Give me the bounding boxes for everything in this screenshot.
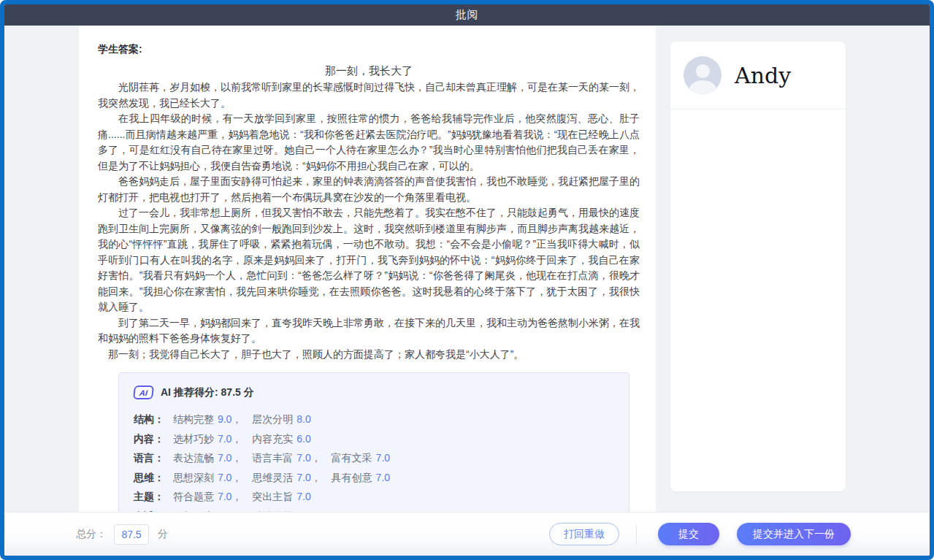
app-window: 批阅 学生答案: 那一刻，我长大了 光阴荏苒，岁月如梭，以前我常听到家里的长辈感… <box>0 0 934 560</box>
essay-title: 那一刻，我长大了 <box>98 62 640 80</box>
criterion-label: 思维： <box>134 472 164 483</box>
criterion-name: 表达流畅 <box>173 452 214 464</box>
ai-criterion-row: 结构： 结构完整9.0， 层次分明8.0 <box>134 410 614 429</box>
criterion-label: 内容： <box>134 433 164 445</box>
criterion-score: 9.0 <box>218 413 231 425</box>
ai-criterion-row: 思维： 思想深刻7.0， 思维灵活7.0， 具有创意7.0 <box>134 468 614 488</box>
student-card: Andy <box>670 42 846 491</box>
essay-paragraph: 过了一会儿，我非常想上厕所，但我又害怕不敢去，只能先憋着了。我实在憋不住了，只能… <box>98 205 640 315</box>
submit-and-next-button[interactable]: 提交并进入下一份 <box>737 523 851 545</box>
score-unit-label: 分 <box>158 528 168 541</box>
button-divider <box>636 525 637 544</box>
ai-criterion-row: 主题： 符合题意7.0， 突出主旨7.0 <box>134 487 614 507</box>
criterion-score: 7.0 <box>376 472 390 483</box>
ai-badge-icon: AI <box>133 386 154 399</box>
ai-criterion-row: 语言： 表达流畅7.0， 语言丰富7.0， 富有文采7.0 <box>134 448 614 468</box>
essay-panel: 学生答案: 那一刻，我长大了 光阴荏苒，岁月如梭，以前我常听到家里的长辈感慨时间… <box>79 26 656 512</box>
ai-criterion-row: 真诚： 思想健康7.0， 感情真挚3.0 <box>134 507 614 513</box>
criterion-name: 语言丰富 <box>252 452 293 464</box>
footer-actions: 打回重做 提交 提交并进入下一份 <box>549 523 851 545</box>
ai-score-header: AI AI 推荐得分: 87.5 分 <box>134 386 614 399</box>
criterion-name: 内容充实 <box>252 433 293 445</box>
criterion-score: 7.0 <box>376 452 390 464</box>
essay-paragraph: 那一刻；我觉得自己长大了，胆子也大了，照顾人的方面提高了；家人都夸我是“小大人了… <box>98 347 640 363</box>
avatar-head-shape <box>696 64 710 78</box>
criterion-score: 8.0 <box>296 413 310 425</box>
student-name: Andy <box>735 63 791 88</box>
criterion-name: 思维灵活 <box>252 472 293 483</box>
criterion-score: 7.0 <box>296 452 310 464</box>
essay-paragraph: 爸爸妈妈走后，屋子里面安静得可怕起来，家里的钟表滴滴答答的声音使我害怕，我也不敢… <box>98 174 640 205</box>
avatar <box>684 56 721 94</box>
criterion-name: 符合题意 <box>173 491 214 502</box>
criterion-name: 突出主旨 <box>252 491 293 502</box>
student-answer-label: 学生答案: <box>98 43 640 56</box>
criterion-score: 7.0 <box>218 452 231 464</box>
ai-score-box: AI AI 推荐得分: 87.5 分 结构： 结构完整9.0， 层次分明8.0 … <box>118 372 629 512</box>
ai-score-value: 87.5 分 <box>221 386 254 399</box>
total-score-input[interactable] <box>114 524 149 545</box>
criterion-name: 结构完整 <box>173 413 214 425</box>
criterion-name: 具有创意 <box>332 472 372 483</box>
criterion-label: 语言： <box>134 452 164 464</box>
criterion-name: 思想深刻 <box>173 472 214 483</box>
criterion-score: 7.0 <box>296 491 310 502</box>
criterion-score: 6.0 <box>296 433 310 445</box>
total-score-group: 总分： 分 <box>76 524 168 545</box>
submit-button[interactable]: 提交 <box>658 523 719 545</box>
reject-redo-button[interactable]: 打回重做 <box>549 523 619 545</box>
side-column: Andy <box>656 26 930 512</box>
criterion-label: 结构： <box>134 413 164 425</box>
footer: 总分： 分 打回重做 提交 提交并进入下一份 <box>4 512 930 556</box>
criterion-name: 层次分明 <box>252 413 293 425</box>
ai-score-label: AI 推荐得分: <box>161 386 218 399</box>
avatar-shoulders-shape <box>689 80 716 94</box>
criterion-label: 主题： <box>134 491 164 502</box>
essay-paragraph: 在我上四年级的时候，有一天放学回到家里，按照往常的惯力，爸爸给我辅导完作业后，他… <box>98 111 640 174</box>
total-score-label: 总分： <box>76 528 107 541</box>
ai-criterion-row: 内容： 选材巧妙7.0， 内容充实6.0 <box>134 429 614 449</box>
page-title: 批阅 <box>456 8 479 22</box>
criterion-score: 7.0 <box>218 433 231 445</box>
header: 批阅 <box>4 4 930 26</box>
criterion-name: 选材巧妙 <box>173 433 214 445</box>
criterion-name: 富有文采 <box>332 452 372 464</box>
criterion-score: 7.0 <box>218 472 231 483</box>
essay-paragraph: 光阴荏苒，岁月如梭，以前我常听到家里的长辈感慨时间过得飞快，自己却未曾真正理解，… <box>98 80 640 111</box>
criterion-score: 7.0 <box>296 472 310 483</box>
essay-paragraph: 到了第二天一早，妈妈都回来了，直夸我昨天晚上非常勇敢，在接下来的几天里，我和主动… <box>98 315 640 347</box>
criterion-score: 7.0 <box>218 491 231 502</box>
card-divider <box>670 109 846 110</box>
main-content: 学生答案: 那一刻，我长大了 光阴荏苒，岁月如梭，以前我常听到家里的长辈感慨时间… <box>4 26 930 512</box>
student-card-header: Andy <box>670 42 846 109</box>
